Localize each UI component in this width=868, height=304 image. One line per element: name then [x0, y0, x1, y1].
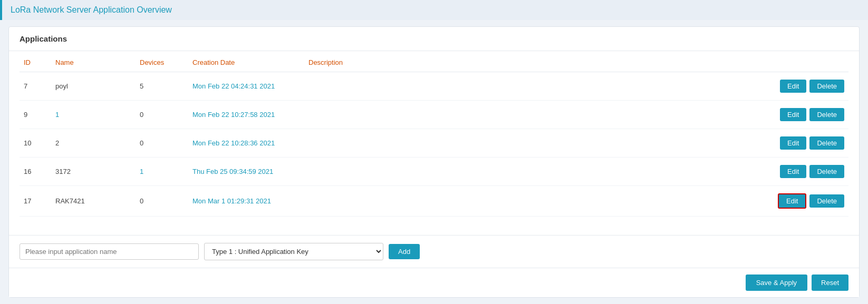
- table-row: 1020Mon Feb 22 10:28:36 2021EditDelete: [20, 129, 848, 158]
- cell-id: 9: [20, 101, 51, 129]
- edit-button[interactable]: Edit: [778, 193, 806, 209]
- delete-button[interactable]: Delete: [809, 136, 844, 150]
- edit-button[interactable]: Edit: [780, 165, 806, 178]
- cell-devices[interactable]: 1: [136, 158, 188, 186]
- card-title: Applications: [9, 27, 859, 51]
- delete-button[interactable]: Delete: [809, 80, 844, 93]
- main-card: Applications ID Name Devices Creation Da…: [8, 26, 860, 298]
- app-name-input[interactable]: [20, 243, 199, 260]
- cell-id: 17: [20, 186, 51, 217]
- footer-bar: Save & Apply Reset: [9, 268, 859, 297]
- add-button[interactable]: Add: [389, 244, 420, 259]
- col-header-description: Description: [304, 51, 754, 72]
- page-wrapper: LoRa Network Server Application Overview…: [0, 0, 868, 304]
- cell-name: poyl: [51, 72, 136, 101]
- cell-actions: EditDelete: [754, 101, 848, 129]
- cell-devices: 0: [136, 101, 188, 129]
- table-row: 1631721Thu Feb 25 09:34:59 2021EditDelet…: [20, 158, 848, 186]
- cell-actions: EditDelete: [754, 186, 848, 217]
- cell-description: [304, 186, 754, 217]
- cell-name: RAK7421: [51, 186, 136, 217]
- col-header-date: Creation Date: [188, 51, 304, 72]
- edit-button[interactable]: Edit: [780, 136, 806, 150]
- app-type-select[interactable]: Type 1 : Unified Application KeyType 2 :…: [204, 243, 383, 260]
- cell-id: 7: [20, 72, 51, 101]
- table-area: ID Name Devices Creation Date Descriptio…: [9, 51, 859, 235]
- cell-creation-date: Mon Feb 22 04:24:31 2021: [188, 72, 304, 101]
- cell-name[interactable]: 1: [51, 101, 136, 129]
- cell-description: [304, 101, 754, 129]
- cell-actions: EditDelete: [754, 158, 848, 186]
- cell-devices: 0: [136, 129, 188, 158]
- cell-id: 10: [20, 129, 51, 158]
- cell-devices: 5: [136, 72, 188, 101]
- add-row: Type 1 : Unified Application KeyType 2 :…: [9, 235, 859, 268]
- cell-description: [304, 129, 754, 158]
- cell-devices: 0: [136, 186, 188, 217]
- col-header-actions: [754, 51, 848, 72]
- page-title: LoRa Network Server Application Overview: [11, 5, 172, 14]
- cell-description: [304, 72, 754, 101]
- delete-button[interactable]: Delete: [809, 108, 844, 121]
- col-header-devices: Devices: [136, 51, 188, 72]
- delete-button[interactable]: Delete: [809, 194, 844, 208]
- applications-table: ID Name Devices Creation Date Descriptio…: [20, 51, 848, 217]
- delete-button[interactable]: Delete: [809, 165, 844, 178]
- cell-actions: EditDelete: [754, 129, 848, 158]
- save-apply-button[interactable]: Save & Apply: [746, 274, 807, 291]
- page-header: LoRa Network Server Application Overview: [0, 0, 868, 20]
- cell-id: 16: [20, 158, 51, 186]
- reset-button[interactable]: Reset: [812, 274, 848, 291]
- cell-name: 3172: [51, 158, 136, 186]
- cell-creation-date: Mon Feb 22 10:27:58 2021: [188, 101, 304, 129]
- cell-creation-date: Thu Feb 25 09:34:59 2021: [188, 158, 304, 186]
- col-header-name: Name: [51, 51, 136, 72]
- cell-name: 2: [51, 129, 136, 158]
- col-header-id: ID: [20, 51, 51, 72]
- cell-creation-date: Mon Feb 22 10:28:36 2021: [188, 129, 304, 158]
- edit-button[interactable]: Edit: [780, 108, 806, 121]
- cell-actions: EditDelete: [754, 72, 848, 101]
- table-row: 7poyl5Mon Feb 22 04:24:31 2021EditDelete: [20, 72, 848, 101]
- edit-button[interactable]: Edit: [780, 80, 806, 93]
- cell-description: [304, 158, 754, 186]
- cell-creation-date: Mon Mar 1 01:29:31 2021: [188, 186, 304, 217]
- table-row: 910Mon Feb 22 10:27:58 2021EditDelete: [20, 101, 848, 129]
- table-row: 17RAK74210Mon Mar 1 01:29:31 2021EditDel…: [20, 186, 848, 217]
